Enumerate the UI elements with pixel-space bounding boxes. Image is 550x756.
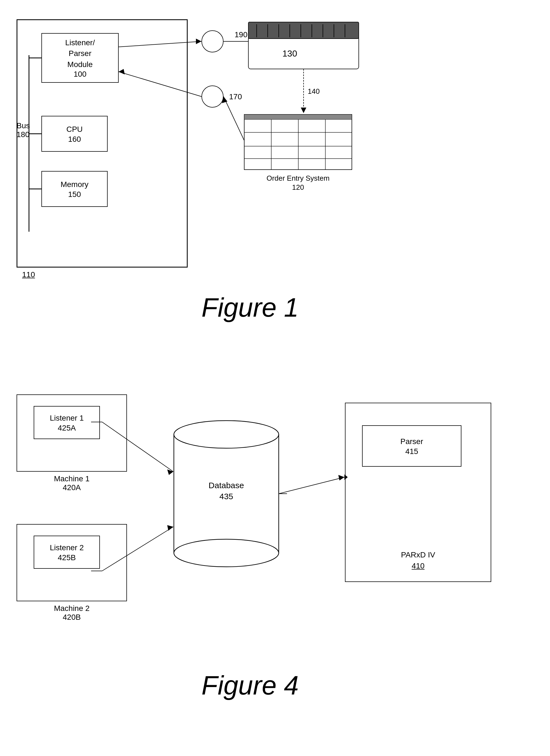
module-number: 100 <box>74 70 87 79</box>
listener2-number: 425B <box>58 553 76 562</box>
svg-text:120: 120 <box>292 183 304 191</box>
circle-connector-bottom <box>201 86 223 108</box>
listener1-label: Listener 1 <box>50 413 84 423</box>
svg-marker-7 <box>248 39 254 44</box>
figure1-area: Bus 180 110 Listener/ParserModule 100 CP… <box>8 11 541 342</box>
svg-text:130: 130 <box>282 49 297 58</box>
parser-label: Parser <box>401 436 423 447</box>
svg-marker-5 <box>196 39 201 44</box>
parxd-outer-box: Parser 415 PARxD IV 410 <box>345 403 491 582</box>
module-box-100: Listener/ParserModule 100 <box>41 33 119 83</box>
svg-marker-46 <box>167 469 173 475</box>
svg-text:Order Entry System: Order Entry System <box>266 174 330 182</box>
svg-text:Database: Database <box>209 481 244 490</box>
machine2-outer-box: Listener 2 425B <box>17 524 127 601</box>
svg-marker-27 <box>301 108 306 113</box>
svg-text:170: 170 <box>229 92 242 101</box>
svg-line-51 <box>279 477 345 494</box>
listener2-label: Listener 2 <box>50 542 84 553</box>
cpu-label: CPU <box>66 124 82 135</box>
machine1-label-area: Machine 1 420A <box>17 474 127 492</box>
circle-connector-top <box>201 30 223 52</box>
module-label: Listener/ParserModule <box>65 37 95 70</box>
listener2-inner-box: Listener 2 425B <box>34 536 100 569</box>
memory-box-150: Memory 150 <box>41 171 108 207</box>
svg-point-41 <box>174 421 279 448</box>
parxd-number-text: 410 <box>346 562 491 570</box>
svg-rect-30 <box>244 114 352 119</box>
listener1-number: 425A <box>58 424 76 432</box>
figure4-area: Listener 1 425A Machine 1 420A Listener … <box>8 386 541 734</box>
svg-marker-52 <box>338 475 345 480</box>
figure1-title: Figure 1 <box>201 292 299 323</box>
svg-text:435: 435 <box>219 492 233 501</box>
parser-inner-box: Parser 415 <box>362 425 461 467</box>
machine1-outer-box: Listener 1 425A <box>17 394 127 472</box>
svg-marker-49 <box>167 525 173 531</box>
svg-text:140: 140 <box>308 87 320 95</box>
figure4-title: Figure 4 <box>201 670 299 701</box>
cpu-box-160: CPU 160 <box>41 116 108 152</box>
listener1-inner-box: Listener 1 425A <box>34 406 100 439</box>
svg-rect-40 <box>174 434 279 553</box>
svg-rect-15 <box>248 22 359 39</box>
bus-label: Bus 180 <box>17 121 30 139</box>
label-110: 110 <box>22 270 35 279</box>
memory-label: Memory <box>60 179 88 190</box>
svg-line-11 <box>223 97 245 143</box>
parser-number: 415 <box>405 447 418 456</box>
memory-number: 150 <box>68 190 81 199</box>
svg-rect-14 <box>248 33 359 69</box>
machine2-label-area: Machine 2 420B <box>17 604 127 622</box>
page: Bus 180 110 Listener/ParserModule 100 CP… <box>0 0 550 756</box>
parxd-label-text: PARxD IV <box>346 551 491 559</box>
cpu-number: 160 <box>68 135 81 144</box>
svg-rect-29 <box>244 114 352 170</box>
module-text: Listener/ParserModule <box>65 38 95 68</box>
svg-point-42 <box>174 539 279 567</box>
svg-text:190: 190 <box>234 30 247 39</box>
